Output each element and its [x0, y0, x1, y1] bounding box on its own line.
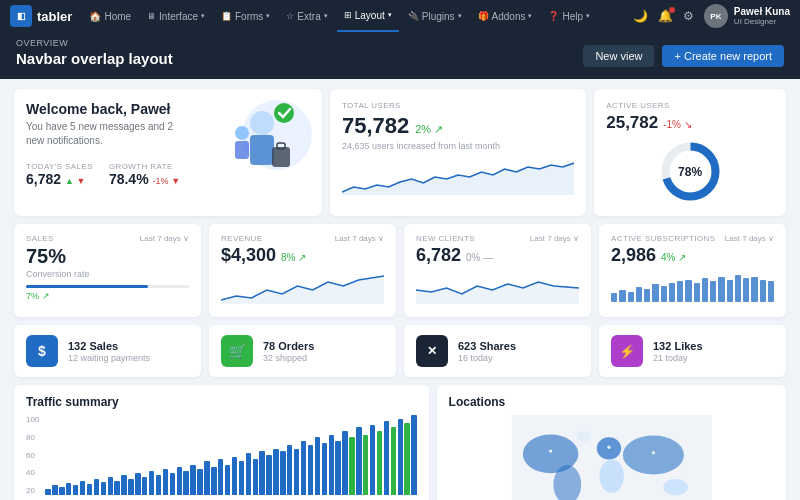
mini-bar: [619, 290, 625, 302]
likes-info-title: 132 Likes: [653, 340, 703, 352]
nav-item-extra[interactable]: ☆ Extra ▾: [279, 0, 334, 32]
sales-period[interactable]: Last 7 days ∨: [140, 234, 189, 243]
traffic-bar: [391, 427, 396, 495]
total-users-sub: 24,635 users increased from last month: [342, 141, 574, 151]
todays-sales-label: TODAY'S SALES: [26, 162, 93, 171]
clients-period[interactable]: Last 7 days ∨: [530, 234, 579, 243]
mini-bar: [768, 281, 774, 302]
locations-card: Locations: [437, 385, 786, 500]
traffic-bar: [135, 473, 140, 495]
revenue-sparkline: [221, 272, 384, 304]
svg-point-1: [250, 111, 274, 135]
revenue-value: $4,300: [221, 245, 276, 266]
mini-bar: [652, 284, 658, 302]
settings-icon[interactable]: ⚙: [683, 9, 694, 23]
shares-info-title: 623 Shares: [458, 340, 516, 352]
todays-sales-stat: TODAY'S SALES 6,782 ▲ ▼: [26, 162, 93, 187]
nav-item-layout[interactable]: ⊞ Layout ▾: [337, 0, 399, 32]
traffic-bar: [377, 431, 382, 495]
mini-bar: [702, 278, 708, 302]
traffic-bar: [121, 475, 126, 495]
mini-bar: [661, 286, 667, 303]
clients-title: NEW CLIENTS: [416, 234, 475, 243]
nav-item-interface[interactable]: 🖥 Interface ▾: [140, 0, 212, 32]
traffic-bar: [322, 443, 327, 495]
top-nav: ◧ tabler 🏠 Home 🖥 Interface ▾ 📋 Forms ▾ …: [0, 0, 800, 32]
traffic-bar: [246, 453, 251, 495]
traffic-bar: [80, 481, 85, 495]
traffic-bar: [163, 469, 168, 495]
traffic-bar: [253, 459, 258, 495]
traffic-bar: [398, 419, 403, 495]
mini-bar: [710, 281, 716, 302]
revenue-title: REVENUE: [221, 234, 262, 243]
create-report-button[interactable]: + Create new report: [662, 45, 784, 67]
user-name: Paweł Kuna: [734, 6, 790, 17]
sales-title: SALES: [26, 234, 54, 243]
mini-bar: [611, 293, 617, 302]
nav-logo[interactable]: ◧ tabler: [10, 5, 72, 27]
main-content: Welcome back, Paweł You have 5 new messa…: [0, 79, 800, 500]
nav-item-addons[interactable]: 🎁 Addons ▾: [471, 0, 540, 32]
svg-rect-2: [250, 135, 274, 165]
new-view-button[interactable]: New view: [583, 45, 654, 67]
mini-bar: [644, 289, 650, 303]
active-users-value: 25,782: [606, 113, 658, 133]
traffic-bar: [329, 435, 334, 495]
todays-sales-value: 6,782: [26, 171, 61, 187]
nav-item-help[interactable]: ❓ Help ▾: [541, 0, 597, 32]
traffic-bar: [342, 431, 347, 495]
page-title: Navbar overlap layout: [16, 50, 173, 67]
traffic-bar: [211, 467, 216, 495]
traffic-bar: [183, 471, 188, 495]
traffic-title: Traffic summary: [26, 395, 417, 409]
mini-bar: [735, 275, 741, 302]
mini-bar: [743, 278, 749, 302]
nav-logo-icon: ◧: [10, 5, 32, 27]
metric-card-subscriptions: ACTIVE SUBSCRIPTIONS Last 7 days ∨ 2,986…: [599, 224, 786, 317]
nav-item-forms[interactable]: 📋 Forms ▾: [214, 0, 277, 32]
orders-info-title: 78 Orders: [263, 340, 314, 352]
traffic-bar: [266, 455, 271, 495]
revenue-pct: 8% ↗: [281, 252, 306, 263]
user-info[interactable]: PK Paweł Kuna UI Designer: [704, 4, 790, 28]
traffic-chart: [45, 415, 416, 495]
donut-label: 78%: [678, 165, 702, 179]
traffic-card: Traffic summary 100 80 60 40 20: [14, 385, 429, 500]
traffic-bar: [197, 469, 202, 495]
subs-period[interactable]: Last 7 days ∨: [725, 234, 774, 243]
row-3: $ 132 Sales 12 waiting payments 🛒 78 Ord…: [14, 325, 786, 377]
metric-card-sales: SALES Last 7 days ∨ 75% Conversion rate …: [14, 224, 201, 317]
bell-icon[interactable]: 🔔: [658, 9, 673, 23]
traffic-bar: [101, 482, 106, 495]
revenue-period[interactable]: Last 7 days ∨: [335, 234, 384, 243]
svg-rect-6: [272, 147, 290, 167]
mini-bar: [636, 287, 642, 302]
row-2: SALES Last 7 days ∨ 75% Conversion rate …: [14, 224, 786, 317]
sales-change-up: ▲ ▼: [65, 176, 85, 186]
traffic-bar: [73, 485, 78, 495]
traffic-bar: [94, 479, 99, 495]
mini-bar: [694, 283, 700, 303]
traffic-bar: [87, 484, 92, 495]
likes-info-sub: 21 today: [653, 353, 703, 363]
metric-card-revenue: REVENUE Last 7 days ∨ $4,300 8% ↗: [209, 224, 396, 317]
nav-item-home[interactable]: 🏠 Home: [82, 0, 138, 32]
clients-sparkline: [416, 272, 579, 304]
moon-icon[interactable]: 🌙: [633, 9, 648, 23]
traffic-bar: [128, 479, 133, 495]
traffic-bar: [315, 437, 320, 495]
active-users-card: ACTIVE USERS 25,782 -1% ↘ 78%: [594, 89, 786, 216]
overview-label: OVERVIEW: [16, 38, 173, 48]
nav-item-plugins[interactable]: 🔌 Plugins ▾: [401, 0, 469, 32]
svg-point-19: [607, 446, 610, 449]
total-users-value: 75,782: [342, 113, 409, 139]
traffic-bar: [108, 477, 113, 495]
clients-value: 6,782: [416, 245, 461, 266]
traffic-bar: [280, 451, 285, 495]
traffic-bar: [170, 473, 175, 495]
world-map: [449, 415, 774, 500]
welcome-illustration: [212, 95, 312, 183]
traffic-bar: [349, 437, 354, 495]
traffic-bar: [370, 425, 375, 495]
